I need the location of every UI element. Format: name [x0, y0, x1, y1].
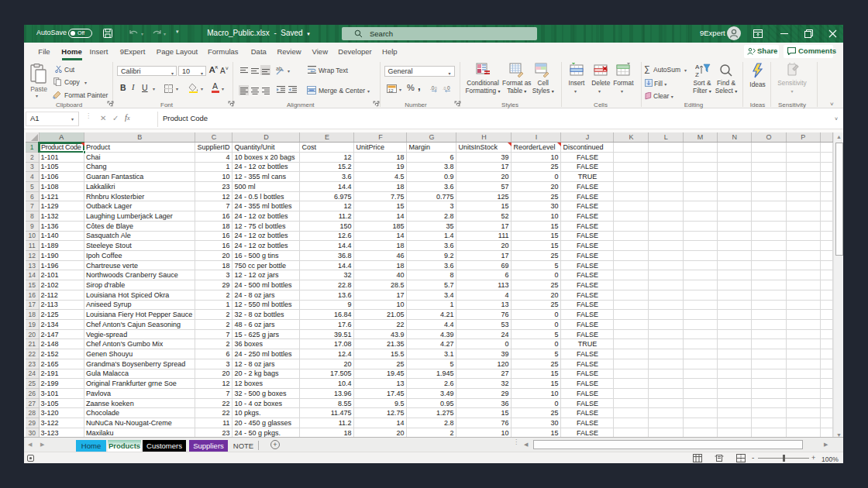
svg-text:Z: Z — [695, 71, 699, 78]
svg-text:0: 0 — [447, 85, 450, 91]
svg-text:ab: ab — [276, 66, 282, 71]
svg-text:12: 12 — [388, 88, 394, 93]
svg-text:.0: .0 — [443, 86, 446, 91]
svg-text:.0: .0 — [430, 85, 435, 91]
svg-text:A: A — [695, 64, 700, 70]
